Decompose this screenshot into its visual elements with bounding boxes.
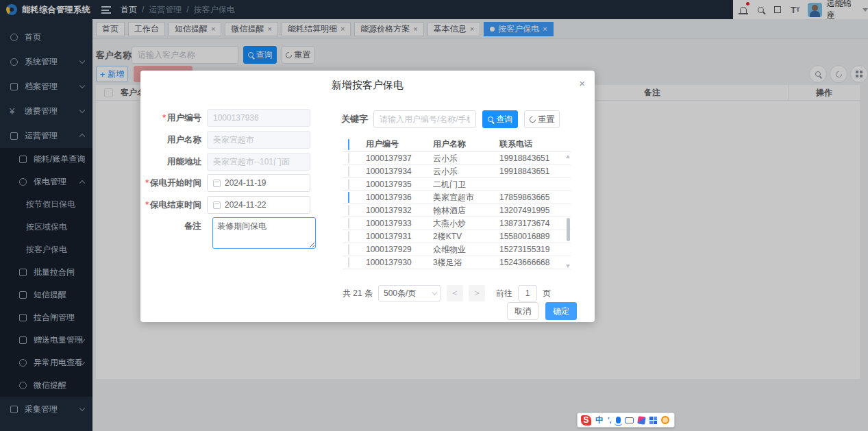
cancel-label: 取消 [514, 306, 531, 317]
chevron-down-icon [432, 289, 437, 295]
cell-phone: 15580016889 [499, 232, 560, 241]
keyboard-icon[interactable] [625, 417, 634, 423]
calendar-icon [213, 201, 221, 209]
row-checkbox[interactable] [348, 244, 349, 255]
close-icon[interactable]: × [579, 77, 585, 89]
remark-textarea[interactable]: 装修期间保电 [212, 217, 316, 249]
table-row[interactable]: 1000137937 云小乐 19918843651 [343, 152, 571, 165]
user-name-input: 美家宜超市 [207, 131, 310, 149]
required-asterisk: * [145, 178, 149, 188]
ime-toolbar: S 中 ’, [577, 412, 675, 428]
address-input: 美家宜超市--101门面 [207, 153, 310, 171]
search-icon [488, 116, 493, 122]
cell-user-name: 美家宜超市 [433, 192, 499, 204]
cell-user-name: 翰林酒店 [433, 205, 499, 217]
table-row[interactable]: 1000137934 云小乐 19918843651 [343, 165, 571, 178]
page-number-input[interactable] [518, 285, 537, 301]
page-size-select[interactable]: 500条/页 [378, 285, 441, 301]
row-checkbox[interactable] [348, 179, 349, 190]
form-row-remark: 备注 [140, 217, 207, 232]
page-unit-label: 页 [543, 288, 551, 299]
remark-label: 备注 [140, 217, 207, 232]
keyword-input[interactable] [373, 110, 476, 128]
required-asterisk: * [145, 200, 149, 210]
cell-user-id: 1000137937 [366, 153, 433, 163]
row-checkbox[interactable] [348, 257, 349, 268]
scroll-down-icon[interactable] [566, 264, 570, 268]
ime-skin-icon[interactable] [637, 416, 645, 424]
row-checkbox-checked[interactable] [348, 192, 349, 203]
modal-query-label: 查询 [496, 114, 512, 125]
table-row[interactable]: 1000137929 众维物业 15273155319 [343, 243, 571, 256]
required-asterisk: * [162, 113, 166, 123]
modal-reset-label: 重置 [538, 114, 555, 125]
user-id-input: 1000137936 [207, 109, 310, 127]
user-id-label: *用户编号 [140, 112, 207, 124]
cell-user-name: 3楼足浴 [433, 257, 499, 269]
cell-user-id: 1000137935 [366, 180, 433, 189]
cancel-button[interactable]: 取消 [507, 302, 538, 320]
row-checkbox[interactable] [348, 166, 349, 177]
refresh-icon [528, 115, 537, 124]
app-canvas: 能耗综合管理系统 首页 系统管理 档案管理 缴费管理 [0, 0, 868, 431]
cell-user-id: 1000137932 [366, 206, 433, 215]
goto-label: 前往 [496, 288, 512, 299]
add-customer-protect-modal: 新增按客户保电 × *用户编号 1000137936 用户名称 美家宜超市 用能… [140, 71, 595, 322]
table-scrollbar[interactable] [565, 152, 571, 269]
keyword-label: 关键字 [341, 113, 368, 125]
row-checkbox[interactable] [348, 231, 349, 242]
select-all-checkbox[interactable] [348, 139, 349, 150]
start-date-picker[interactable]: 2024-11-19 [207, 174, 310, 192]
ime-settings-icon[interactable] [661, 416, 669, 424]
pagination-total: 共 21 条 [343, 288, 373, 299]
calendar-icon [213, 180, 221, 187]
cell-phone: 13207491995 [499, 206, 560, 215]
start-date-label: *保电开始时间 [140, 177, 207, 189]
keyword-input-field[interactable] [380, 114, 470, 124]
row-checkbox[interactable] [348, 218, 349, 229]
cell-user-name: 2楼KTV [433, 231, 499, 243]
cell-user-id: 1000137929 [366, 245, 433, 254]
table-row[interactable]: 1000137935 二机门卫 [343, 178, 571, 191]
cell-user-name: 二机门卫 [433, 179, 499, 190]
table-row[interactable]: 1000137931 2楼KTV 15580016889 [343, 230, 571, 243]
page-number-field[interactable] [524, 288, 531, 298]
scrollbar-thumb[interactable] [567, 218, 570, 241]
ime-punctuation-icon[interactable]: ’, [608, 417, 612, 424]
form-row-address: 用能地址 美家宜超市--101门面 [140, 153, 310, 171]
row-checkbox[interactable] [348, 153, 349, 164]
cell-user-name: 大燕小炒 [433, 218, 499, 230]
modal-query-button[interactable]: 查询 [482, 110, 518, 128]
cell-phone: 19918843651 [499, 167, 560, 176]
end-date-picker[interactable]: 2024-11-22 [207, 196, 310, 214]
cell-phone: 19918843651 [499, 153, 560, 163]
row-checkbox[interactable] [348, 205, 349, 216]
table-row[interactable]: 1000137933 大燕小炒 13873173674 [343, 217, 571, 230]
scroll-up-icon[interactable] [566, 155, 570, 158]
form-row-end-date: *保电结束时间 2024-11-22 [140, 196, 310, 214]
user-name-value: 美家宜超市 [213, 134, 254, 146]
confirm-label: 确定 [553, 306, 569, 317]
cell-phone: 13873173674 [499, 219, 560, 228]
user-table-header: 用户编号 用户名称 联系电话 [343, 137, 571, 152]
prev-page-button: < [447, 285, 463, 301]
sogou-logo-icon[interactable]: S [581, 415, 591, 426]
page-size-value: 500条/页 [384, 288, 416, 299]
keyword-row: 关键字 查询 重置 [341, 110, 560, 128]
ime-mode-chinese[interactable]: 中 [595, 415, 604, 426]
table-row[interactable]: 1000137930 3楼足浴 15243666668 [343, 256, 571, 269]
pagination: 共 21 条 500条/页 < > 前往 页 [343, 284, 575, 302]
confirm-button[interactable]: 确定 [545, 302, 577, 320]
cell-user-name: 云小乐 [433, 166, 499, 177]
cell-user-id: 1000137933 [366, 219, 433, 228]
microphone-icon[interactable] [616, 417, 621, 423]
end-date-value: 2024-11-22 [225, 200, 266, 210]
modal-reset-button[interactable]: 重置 [524, 110, 560, 128]
table-row[interactable]: 1000137932 翰林酒店 13207491995 [343, 204, 571, 217]
cell-user-id: 1000137934 [366, 167, 433, 176]
form-row-user-name: 用户名称 美家宜超市 [140, 131, 310, 149]
cell-user-name: 众维物业 [433, 244, 499, 256]
ime-toolbox-icon[interactable] [649, 417, 657, 424]
address-value: 美家宜超市--101门面 [213, 156, 290, 168]
table-row-selected[interactable]: 1000137936 美家宜超市 17859863665 [343, 191, 571, 204]
